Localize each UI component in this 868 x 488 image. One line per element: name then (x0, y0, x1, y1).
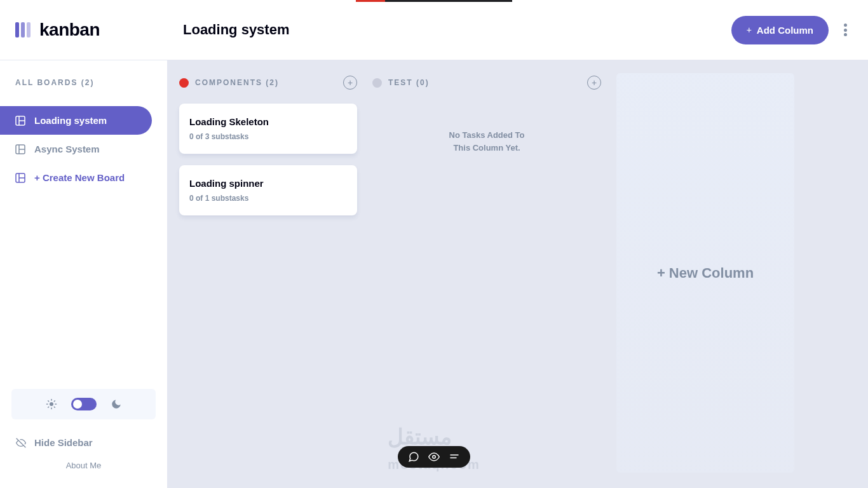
board-item-label: Async System (34, 144, 100, 154)
board-icon (15, 173, 25, 183)
floating-toolbar (398, 446, 470, 468)
task-card[interactable]: Loading Skeleton 0 of 3 substasks (179, 104, 357, 154)
browser-accent-bar (356, 0, 512, 2)
sidebar: ALL BOARDS (2) Loading system Async Syst… (0, 60, 168, 488)
task-subtask-count: 0 of 3 substasks (189, 132, 347, 141)
eye-off-icon (15, 438, 27, 448)
column-test: TEST (0) + No Tasks Added To This Column… (372, 76, 601, 473)
task-card[interactable]: Loading spinner 0 of 1 substasks (179, 165, 357, 215)
column-color-dot (179, 78, 189, 88)
column-title: TEST (0) (388, 78, 430, 87)
theme-toggle-switch[interactable] (71, 398, 97, 410)
empty-column-message: No Tasks Added To This Column Yet. (372, 104, 601, 179)
create-board-label: + Create New Board (34, 172, 125, 183)
app-header: kanban Loading system + Add Column (0, 0, 868, 60)
chat-icon[interactable] (408, 451, 419, 463)
task-subtask-count: 0 of 1 substasks (189, 194, 347, 203)
board-icon (15, 144, 25, 154)
column-color-dot (372, 78, 382, 88)
add-column-label: Add Column (757, 25, 813, 36)
hide-sidebar-label: Hide Sidebar (34, 437, 93, 448)
board-icon (15, 116, 25, 126)
svg-line-13 (54, 407, 55, 407)
theme-toggle-panel (11, 389, 156, 419)
logo: kanban (0, 20, 168, 40)
hide-sidebar-button[interactable]: Hide Sidebar (11, 431, 156, 454)
sidebar-board-loading-system[interactable]: Loading system (0, 106, 152, 135)
add-task-button[interactable]: + (587, 76, 601, 90)
all-boards-header: ALL BOARDS (2) (0, 69, 167, 96)
svg-line-12 (48, 401, 48, 402)
sun-icon (46, 398, 57, 410)
board-area: COMPONENTS (2) + Loading Skeleton 0 of 3… (168, 60, 868, 488)
add-column-button[interactable]: + Add Column (731, 16, 829, 44)
logo-text: kanban (39, 20, 100, 40)
new-column-label: + New Column (657, 265, 754, 281)
task-title: Loading spinner (189, 178, 347, 189)
eye-icon[interactable] (428, 451, 440, 463)
logo-icon (15, 22, 31, 37)
about-me-link[interactable]: About Me (11, 454, 156, 477)
create-new-board-button[interactable]: + Create New Board (0, 163, 152, 192)
more-options-button[interactable] (840, 24, 850, 36)
svg-point-19 (433, 456, 436, 459)
plus-icon: + (747, 25, 752, 35)
menu-icon[interactable] (449, 451, 460, 463)
board-title: Loading system (183, 22, 731, 38)
sidebar-board-async-system[interactable]: Async System (0, 135, 152, 163)
svg-line-17 (54, 401, 55, 402)
moon-icon (111, 398, 122, 410)
new-column-button[interactable]: + New Column (616, 73, 794, 473)
add-task-button[interactable]: + (343, 76, 357, 90)
svg-point-9 (50, 402, 53, 406)
task-title: Loading Skeleton (189, 116, 347, 127)
column-title: COMPONENTS (2) (195, 78, 279, 87)
column-components: COMPONENTS (2) + Loading Skeleton 0 of 3… (179, 76, 357, 473)
svg-line-16 (48, 407, 48, 407)
board-item-label: Loading system (34, 115, 107, 126)
